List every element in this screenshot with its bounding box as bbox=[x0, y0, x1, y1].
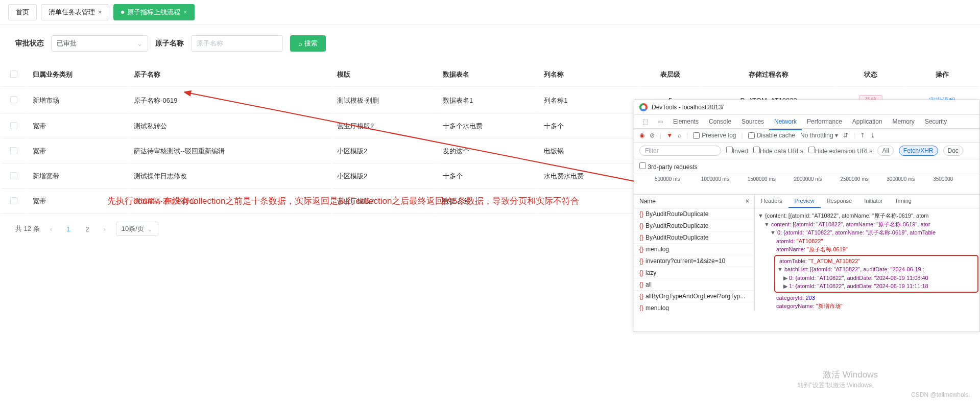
close-icon[interactable]: × bbox=[746, 198, 749, 205]
record-icon[interactable]: ◉ bbox=[639, 132, 644, 139]
th-template: 模版 bbox=[332, 63, 437, 87]
th-op: 操作 bbox=[905, 63, 979, 87]
page-size-select[interactable]: 10条/页 ⌄ bbox=[116, 222, 158, 236]
request-row[interactable]: {}allByOrgTypeAndOrgLevel?orgTyp... bbox=[634, 291, 754, 302]
preview-tab-headers[interactable]: Headers bbox=[755, 195, 788, 208]
tab-task-list[interactable]: 清单任务表管理× bbox=[41, 4, 109, 20]
windows-watermark-line1: 激活 Windows bbox=[823, 369, 878, 381]
next-page-button[interactable]: › bbox=[101, 225, 109, 233]
inspect-icon[interactable]: ⬚ bbox=[638, 115, 652, 128]
page-size-label: 10条/页 bbox=[122, 224, 144, 233]
devtools-tab-console[interactable]: Console bbox=[704, 114, 736, 129]
close-icon[interactable]: × bbox=[183, 9, 187, 16]
csdn-watermark: CSDN @tellmewhoisi bbox=[911, 391, 970, 398]
cell-column: 电饭锅 bbox=[539, 139, 639, 163]
chevron-down-icon: ⌄ bbox=[137, 40, 142, 48]
request-row[interactable]: {}menulog bbox=[634, 244, 754, 255]
devtools-tab-security[interactable]: Security bbox=[920, 114, 952, 129]
tab-atom-flow[interactable]: 原子指标上线流程× bbox=[113, 4, 195, 20]
name-input[interactable]: 原子名称 bbox=[191, 35, 283, 52]
third-party-checkbox[interactable]: 3rd-party requests bbox=[634, 159, 979, 174]
devtools-tab-application[interactable]: Application bbox=[847, 114, 888, 129]
name-column-header[interactable]: Name× bbox=[634, 195, 754, 208]
search-icon[interactable]: ⌕ bbox=[678, 132, 681, 139]
invert-checkbox[interactable]: Invert bbox=[726, 147, 748, 155]
throttling-select[interactable]: No throttling ▾ bbox=[800, 132, 838, 139]
total-text: 共 12 条 bbox=[15, 224, 40, 233]
xhr-icon: {} bbox=[639, 246, 643, 253]
download-icon[interactable]: ⤓ bbox=[870, 132, 875, 139]
cell-category: 新增市场 bbox=[28, 88, 128, 113]
cell-table: 数据表名1 bbox=[438, 88, 538, 113]
disable-cache-checkbox[interactable]: Disable cache bbox=[748, 132, 795, 139]
hide-data-urls-checkbox[interactable]: Hide data URLs bbox=[753, 147, 803, 155]
tab-label: 原子指标上线流程 bbox=[127, 8, 180, 17]
windows-watermark-line2: 转到"设置"以激活 Windows。 bbox=[798, 381, 878, 390]
network-filter-bar: Filter Invert Hide data URLs Hide extens… bbox=[634, 143, 979, 159]
request-preview: HeadersPreviewResponseInitiatorTiming ▼ … bbox=[755, 195, 979, 311]
preview-tab-timing[interactable]: Timing bbox=[889, 195, 918, 208]
cell-atom: 萨达待审核测试--驳回重新编辑 bbox=[129, 139, 331, 163]
page-1[interactable]: 1 bbox=[62, 225, 74, 233]
devtools-tab-network[interactable]: Network bbox=[769, 114, 802, 130]
xhr-icon: {} bbox=[639, 257, 643, 265]
cell-table: 十多个水电费 bbox=[438, 114, 538, 138]
request-row[interactable]: {}ByAuditRouteDuplicate bbox=[634, 232, 754, 244]
filter-doc[interactable]: Doc bbox=[943, 146, 963, 156]
close-icon[interactable]: × bbox=[98, 9, 102, 16]
filter-fetch-xhr[interactable]: Fetch/XHR bbox=[899, 146, 938, 156]
preview-tabs: HeadersPreviewResponseInitiatorTiming bbox=[755, 195, 979, 208]
devtools-titlebar: DevTools - localhost:8013/ bbox=[634, 100, 979, 115]
preview-tab-initiator[interactable]: Initiator bbox=[858, 195, 889, 208]
request-row[interactable]: {}ByAuditRouteDuplicate bbox=[634, 220, 754, 232]
placeholder: 原子名称 bbox=[197, 39, 223, 48]
devtools-tab-performance[interactable]: Performance bbox=[802, 114, 847, 129]
row-checkbox[interactable] bbox=[10, 197, 17, 204]
preview-tab-preview[interactable]: Preview bbox=[788, 195, 821, 208]
request-row[interactable]: {}ByAuditRouteDuplicate bbox=[634, 208, 754, 220]
filter-input[interactable]: Filter bbox=[639, 146, 721, 156]
row-checkbox[interactable] bbox=[10, 122, 17, 129]
network-toolbar: ◉ ⊘ | ▼ ⌕ | Preserve log | Disable cache… bbox=[634, 129, 979, 143]
devtools-tab-sources[interactable]: Sources bbox=[736, 114, 769, 129]
json-preview[interactable]: ▼ {content: [{atomId: "AT10822", atomNam… bbox=[755, 208, 979, 311]
hide-ext-urls-checkbox[interactable]: Hide extension URLs bbox=[808, 147, 873, 155]
devtools-tab-elements[interactable]: Elements bbox=[668, 114, 704, 129]
cell-template: 营业厅模版2 bbox=[332, 114, 437, 138]
xhr-icon: {} bbox=[639, 293, 643, 300]
chrome-icon bbox=[639, 103, 648, 111]
row-checkbox[interactable] bbox=[10, 172, 17, 179]
devtools-tab-memory[interactable]: Memory bbox=[888, 114, 920, 129]
status-select[interactable]: 已审批 ⌄ bbox=[51, 35, 148, 52]
cell-table: 发的这个 bbox=[438, 139, 538, 163]
clear-icon[interactable]: ⊘ bbox=[650, 132, 655, 139]
request-row[interactable]: {}inventory?current=1&size=10 bbox=[634, 255, 754, 267]
request-row[interactable]: {}menulog bbox=[634, 302, 754, 311]
filter-all[interactable]: All bbox=[877, 146, 893, 156]
th-status: 状态 bbox=[837, 63, 904, 87]
network-timeline[interactable]: 500000 ms1000000 ms1500000 ms2000000 ms2… bbox=[634, 174, 979, 195]
cell-atom: 原子名称-0619 bbox=[129, 88, 331, 113]
row-checkbox[interactable] bbox=[10, 96, 17, 103]
filter-icon[interactable]: ▼ bbox=[666, 132, 673, 139]
prev-page-button[interactable]: ‹ bbox=[47, 225, 55, 233]
request-row[interactable]: {}all bbox=[634, 279, 754, 291]
xhr-icon: {} bbox=[639, 234, 643, 241]
row-checkbox[interactable] bbox=[10, 147, 17, 154]
table-header-row: 归属业务类别 原子名称 模版 数据表名 列名称 表层级 存储过程名称 状态 操作 bbox=[1, 63, 979, 87]
tab-home[interactable]: 首页 bbox=[8, 4, 37, 20]
search-button[interactable]: ⌕ 搜索 bbox=[290, 35, 326, 52]
cell-category: 宽带 bbox=[28, 114, 128, 138]
upload-icon[interactable]: ⤒ bbox=[860, 132, 865, 139]
preview-tab-response[interactable]: Response bbox=[821, 195, 858, 208]
page-2[interactable]: 2 bbox=[81, 225, 93, 233]
xhr-icon: {} bbox=[639, 222, 643, 229]
button-label: 搜索 bbox=[304, 39, 318, 48]
device-icon[interactable]: ▭ bbox=[653, 115, 667, 128]
preserve-log-checkbox[interactable]: Preserve log bbox=[693, 132, 736, 139]
request-row[interactable]: {}lazy bbox=[634, 267, 754, 279]
xhr-icon: {} bbox=[639, 281, 643, 288]
wifi-icon[interactable]: ⇵ bbox=[843, 132, 848, 139]
checkbox-all[interactable] bbox=[10, 70, 17, 78]
devtools-panel: DevTools - localhost:8013/ ⬚ ▭ ElementsC… bbox=[634, 100, 980, 332]
